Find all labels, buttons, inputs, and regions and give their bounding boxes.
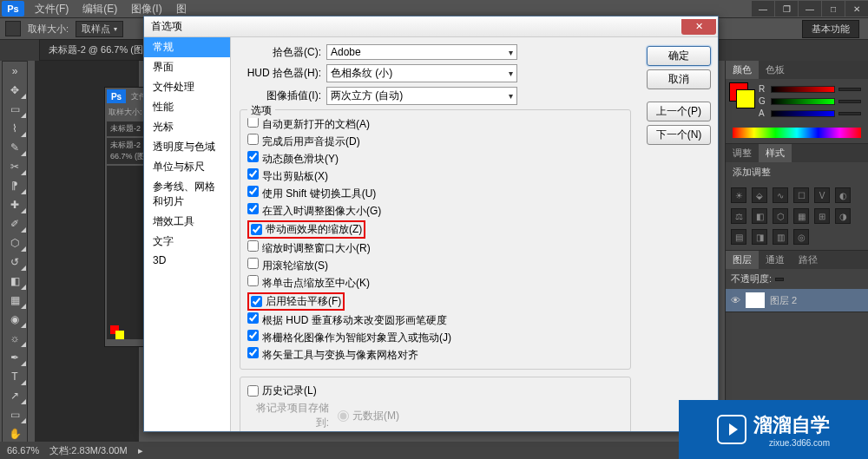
sidebar-item-general[interactable]: 常规 <box>144 37 230 57</box>
adj-curves-icon[interactable]: ∿ <box>773 187 788 203</box>
option-checkbox-5[interactable] <box>247 203 259 214</box>
option-checkbox-3[interactable] <box>247 168 259 180</box>
window-minimize[interactable]: — <box>752 1 774 16</box>
sidebar-item-cursors[interactable]: 光标 <box>144 117 230 137</box>
g-value[interactable] <box>838 100 861 103</box>
b-slider[interactable] <box>771 110 835 117</box>
menu-file[interactable]: 文件(F) <box>28 0 76 18</box>
sidebar-item-type[interactable]: 文字 <box>144 232 230 252</box>
adj-photo-icon[interactable]: ⬡ <box>773 208 788 224</box>
status-chevron-icon[interactable]: ▸ <box>138 445 143 456</box>
color-picker-select[interactable]: Adobe <box>326 44 517 60</box>
opacity-value[interactable] <box>775 278 784 281</box>
tool-preset-icon[interactable] <box>5 21 21 36</box>
adj-balance-icon[interactable]: ⚖ <box>731 208 746 224</box>
sidebar-item-units[interactable]: 单位与标尺 <box>144 157 230 177</box>
sidebar-item-guides[interactable]: 参考线、网格和切片 <box>144 177 230 212</box>
type-tool[interactable]: T <box>3 367 27 386</box>
adj-exposure-icon[interactable]: ☐ <box>793 187 809 203</box>
sidebar-item-transparency[interactable]: 透明度与色域 <box>144 137 230 157</box>
option-checkbox-4[interactable] <box>247 186 259 197</box>
sidebar-item-interface[interactable]: 界面 <box>144 57 230 77</box>
layers-tab[interactable]: 图层 <box>726 251 759 269</box>
healing-tool[interactable]: ✚ <box>3 195 27 214</box>
stamp-tool[interactable]: ⬡ <box>3 233 27 252</box>
color-preview-bg[interactable] <box>736 89 755 108</box>
adj-poster-icon[interactable]: ▤ <box>731 229 746 245</box>
hud-picker-select[interactable]: 色相条纹 (小) <box>326 64 517 82</box>
swatches-tab[interactable]: 色板 <box>759 61 792 79</box>
g-slider[interactable] <box>771 98 835 105</box>
dodge-tool[interactable]: ☼ <box>3 329 27 348</box>
layer-visibility-icon[interactable]: 👁 <box>731 295 740 305</box>
sidebar-item-plugins[interactable]: 增效工具 <box>144 212 230 232</box>
crop-tool[interactable]: ✂ <box>3 157 27 176</box>
doc-info[interactable]: 文档:2.83M/3.00M <box>49 444 127 457</box>
sidebar-item-3d[interactable]: 3D <box>144 252 230 269</box>
r-slider[interactable] <box>771 86 835 93</box>
adj-invert-icon[interactable]: ◑ <box>835 208 851 224</box>
menu-edit[interactable]: 编辑(E) <box>76 0 124 18</box>
expand-icon[interactable]: » <box>3 62 27 81</box>
sample-size-dropdown[interactable]: 取样点 <box>76 21 123 37</box>
b-value[interactable] <box>838 112 861 115</box>
layer-row[interactable]: 👁 图层 2 <box>726 289 868 311</box>
adj-levels-icon[interactable]: ⬙ <box>752 187 767 203</box>
gradient-tool[interactable]: ▦ <box>3 291 27 310</box>
path-tool[interactable]: ↗ <box>3 386 27 405</box>
dialog-close-button[interactable]: ✕ <box>681 19 716 35</box>
option-checkbox-6[interactable] <box>251 222 262 237</box>
window-submin[interactable]: — <box>799 1 821 16</box>
document-canvas[interactable]: Ps 文件( 取样大小: 取･･ 未标题-2 @ 未标题-2 @ 66.7% (… <box>35 61 139 442</box>
dialog-titlebar[interactable]: 首选项 ✕ <box>144 16 718 37</box>
blur-tool[interactable]: ◉ <box>3 310 27 329</box>
adj-bw-icon[interactable]: ◧ <box>752 208 767 224</box>
adj-brightness-icon[interactable]: ☀ <box>731 187 746 203</box>
shape-tool[interactable]: ▭ <box>3 405 27 424</box>
zoom-level[interactable]: 66.67% <box>7 445 39 456</box>
marquee-tool[interactable]: ▭ <box>3 100 27 119</box>
adj-lookup-icon[interactable]: ⊞ <box>814 208 830 224</box>
interpolation-select[interactable]: 两次立方 (自动) <box>326 87 517 105</box>
adj-vibrance-icon[interactable]: V <box>814 187 830 203</box>
eraser-tool[interactable]: ◧ <box>3 272 27 291</box>
channels-tab[interactable]: 通道 <box>759 251 792 269</box>
quick-select-tool[interactable]: ✎ <box>3 138 27 157</box>
option-checkbox-1[interactable] <box>247 134 259 145</box>
color-tab[interactable]: 颜色 <box>726 61 759 79</box>
option-checkbox-12[interactable] <box>247 330 259 341</box>
window-close[interactable]: ✕ <box>845 1 868 16</box>
adj-selective-icon[interactable]: ◎ <box>793 229 809 245</box>
hue-strip[interactable] <box>733 128 861 138</box>
layer-thumbnail[interactable] <box>746 292 765 308</box>
window-submax[interactable]: □ <box>822 1 845 16</box>
window-restore[interactable]: ❐ <box>775 1 798 16</box>
option-checkbox-7[interactable] <box>247 240 259 252</box>
adjustments-tab[interactable]: 调整 <box>726 144 759 162</box>
lasso-tool[interactable]: ⌇ <box>3 119 27 138</box>
hand-tool[interactable]: ✋ <box>3 424 27 443</box>
adj-mixer-icon[interactable]: ▦ <box>793 208 809 224</box>
history-log-checkbox[interactable] <box>247 385 259 397</box>
brush-tool[interactable]: ✐ <box>3 214 27 233</box>
styles-tab[interactable]: 样式 <box>759 144 792 162</box>
option-checkbox-9[interactable] <box>247 275 259 286</box>
pen-tool[interactable]: ✒ <box>3 348 27 367</box>
paths-tab[interactable]: 路径 <box>792 251 825 269</box>
history-brush-tool[interactable]: ↺ <box>3 252 27 272</box>
option-checkbox-8[interactable] <box>247 258 259 269</box>
option-checkbox-10[interactable] <box>251 294 262 309</box>
move-tool[interactable]: ✥ <box>3 81 27 100</box>
adj-threshold-icon[interactable]: ◨ <box>752 229 767 245</box>
cancel-button[interactable]: 取消 <box>647 69 711 89</box>
r-value[interactable] <box>838 88 861 91</box>
option-checkbox-2[interactable] <box>247 151 259 162</box>
prev-button[interactable]: 上一个(P) <box>647 102 711 121</box>
next-button[interactable]: 下一个(N) <box>647 125 711 145</box>
ok-button[interactable]: 确定 <box>647 46 711 66</box>
option-checkbox-11[interactable] <box>247 312 259 324</box>
sidebar-item-performance[interactable]: 性能 <box>144 97 230 117</box>
workspace-tab[interactable]: 基本功能 <box>802 20 859 38</box>
adj-hue-icon[interactable]: ◐ <box>835 187 851 203</box>
option-checkbox-13[interactable] <box>247 347 259 358</box>
